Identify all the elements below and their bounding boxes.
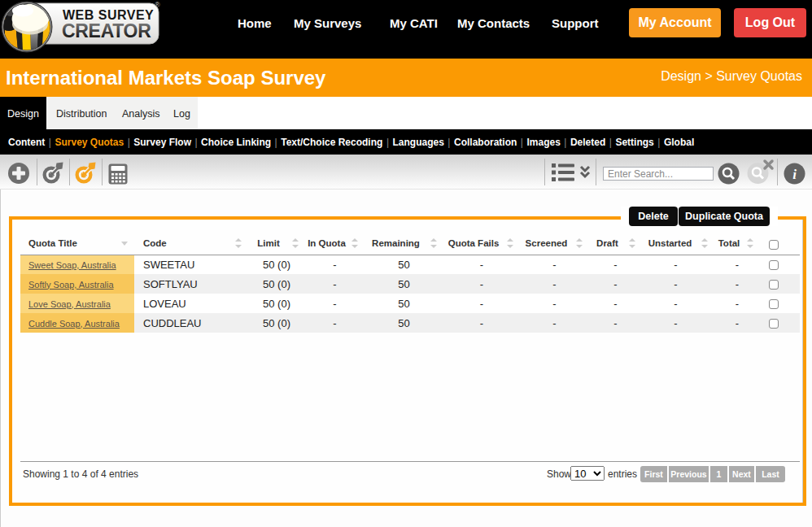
svg-text:®: ® [155,1,160,9]
svg-text:i: i [792,167,797,182]
svg-text:CREATOR: CREATOR [62,20,151,41]
